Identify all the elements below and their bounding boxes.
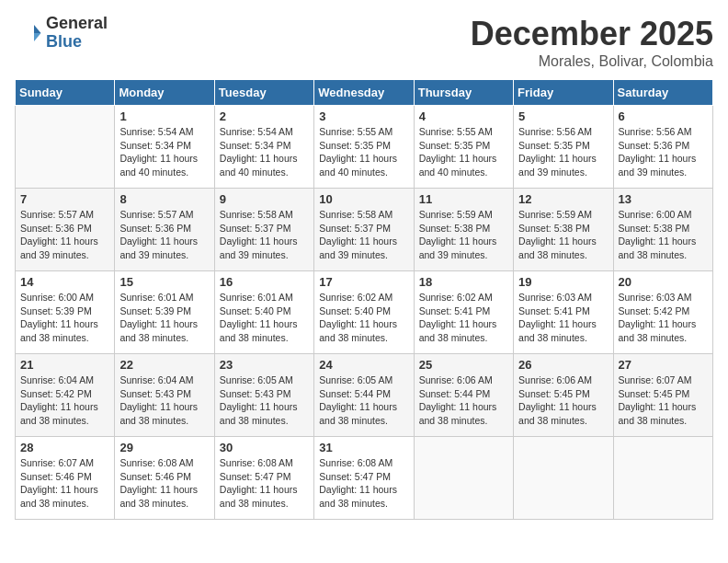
day-info: Sunrise: 6:04 AM Sunset: 5:42 PM Dayligh… <box>20 373 109 428</box>
title-area: December 2025 Morales, Bolivar, Colombia <box>471 15 713 70</box>
calendar-cell: 11Sunrise: 5:59 AM Sunset: 5:38 PM Dayli… <box>414 189 513 271</box>
calendar-cell: 22Sunrise: 6:04 AM Sunset: 5:43 PM Dayli… <box>115 354 214 437</box>
day-number: 8 <box>119 192 209 206</box>
day-number: 2 <box>220 109 309 123</box>
svg-marker-0 <box>34 25 41 33</box>
calendar-cell: 12Sunrise: 5:59 AM Sunset: 5:38 PM Dayli… <box>514 189 613 271</box>
calendar-cell <box>414 437 513 520</box>
day-info: Sunrise: 6:08 AM Sunset: 5:47 PM Dayligh… <box>220 456 309 511</box>
day-number: 11 <box>419 192 508 206</box>
calendar-week: 14Sunrise: 6:00 AM Sunset: 5:39 PM Dayli… <box>16 271 713 354</box>
logo-blue-label: Blue <box>46 33 108 52</box>
day-number: 7 <box>20 192 109 206</box>
day-info: Sunrise: 6:08 AM Sunset: 5:47 PM Dayligh… <box>319 456 408 511</box>
header: General Blue December 2025 Morales, Boli… <box>15 15 713 70</box>
calendar-cell: 30Sunrise: 6:08 AM Sunset: 5:47 PM Dayli… <box>214 437 313 520</box>
calendar-cell: 24Sunrise: 6:05 AM Sunset: 5:44 PM Dayli… <box>314 354 414 437</box>
day-info: Sunrise: 5:56 AM Sunset: 5:35 PM Dayligh… <box>518 125 608 179</box>
logo-icon <box>15 19 42 47</box>
logo-text: General Blue <box>46 15 108 52</box>
day-info: Sunrise: 6:08 AM Sunset: 5:46 PM Dayligh… <box>119 456 209 511</box>
calendar-cell: 26Sunrise: 6:06 AM Sunset: 5:45 PM Dayli… <box>514 354 613 437</box>
day-number: 3 <box>319 109 408 123</box>
day-info: Sunrise: 6:07 AM Sunset: 5:45 PM Dayligh… <box>619 373 708 428</box>
calendar-cell: 5Sunrise: 5:56 AM Sunset: 5:35 PM Daylig… <box>514 106 613 189</box>
calendar-cell <box>16 106 115 189</box>
day-number: 10 <box>319 192 408 206</box>
day-info: Sunrise: 6:06 AM Sunset: 5:44 PM Dayligh… <box>419 373 508 428</box>
calendar-cell: 14Sunrise: 6:00 AM Sunset: 5:39 PM Dayli… <box>16 271 115 354</box>
day-number: 28 <box>20 441 109 454</box>
calendar-cell: 9Sunrise: 5:58 AM Sunset: 5:37 PM Daylig… <box>214 189 313 271</box>
calendar-week: 1Sunrise: 5:54 AM Sunset: 5:34 PM Daylig… <box>16 106 713 189</box>
day-info: Sunrise: 5:55 AM Sunset: 5:35 PM Dayligh… <box>319 125 408 179</box>
day-info: Sunrise: 6:01 AM Sunset: 5:39 PM Dayligh… <box>119 291 209 345</box>
day-info: Sunrise: 5:54 AM Sunset: 5:34 PM Dayligh… <box>220 125 309 179</box>
weekday-row: SundayMondayTuesdayWednesdayThursdayFrid… <box>16 80 713 106</box>
calendar-cell <box>613 437 712 520</box>
day-number: 25 <box>419 358 508 372</box>
day-info: Sunrise: 6:06 AM Sunset: 5:45 PM Dayligh… <box>518 373 608 428</box>
day-info: Sunrise: 6:05 AM Sunset: 5:43 PM Dayligh… <box>220 373 309 428</box>
day-info: Sunrise: 5:55 AM Sunset: 5:35 PM Dayligh… <box>419 125 508 179</box>
day-number: 21 <box>20 358 109 372</box>
day-info: Sunrise: 6:03 AM Sunset: 5:42 PM Dayligh… <box>619 291 708 345</box>
calendar-cell: 20Sunrise: 6:03 AM Sunset: 5:42 PM Dayli… <box>613 271 712 354</box>
calendar: SundayMondayTuesdayWednesdayThursdayFrid… <box>15 79 713 520</box>
day-info: Sunrise: 6:00 AM Sunset: 5:38 PM Dayligh… <box>619 208 708 262</box>
day-number: 26 <box>518 358 608 372</box>
calendar-cell: 10Sunrise: 5:58 AM Sunset: 5:37 PM Dayli… <box>314 189 414 271</box>
day-number: 13 <box>619 192 708 206</box>
calendar-cell: 25Sunrise: 6:06 AM Sunset: 5:44 PM Dayli… <box>414 354 513 437</box>
day-number: 27 <box>619 358 708 372</box>
day-info: Sunrise: 6:04 AM Sunset: 5:43 PM Dayligh… <box>119 373 209 428</box>
calendar-cell: 17Sunrise: 6:02 AM Sunset: 5:40 PM Dayli… <box>314 271 414 354</box>
weekday-header: Monday <box>115 80 214 106</box>
day-number: 30 <box>220 441 309 454</box>
calendar-cell: 29Sunrise: 6:08 AM Sunset: 5:46 PM Dayli… <box>115 437 214 520</box>
weekday-header: Tuesday <box>214 80 313 106</box>
day-info: Sunrise: 5:58 AM Sunset: 5:37 PM Dayligh… <box>319 208 408 262</box>
day-number: 19 <box>518 275 608 289</box>
location: Morales, Bolivar, Colombia <box>471 53 713 70</box>
day-number: 4 <box>419 109 508 123</box>
calendar-cell: 21Sunrise: 6:04 AM Sunset: 5:42 PM Dayli… <box>16 354 115 437</box>
calendar-cell: 31Sunrise: 6:08 AM Sunset: 5:47 PM Dayli… <box>314 437 414 520</box>
calendar-cell: 16Sunrise: 6:01 AM Sunset: 5:40 PM Dayli… <box>214 271 313 354</box>
weekday-header: Saturday <box>613 80 712 106</box>
calendar-cell: 13Sunrise: 6:00 AM Sunset: 5:38 PM Dayli… <box>613 189 712 271</box>
day-number: 31 <box>319 441 408 454</box>
calendar-cell: 7Sunrise: 5:57 AM Sunset: 5:36 PM Daylig… <box>16 189 115 271</box>
day-info: Sunrise: 5:59 AM Sunset: 5:38 PM Dayligh… <box>419 208 508 262</box>
day-info: Sunrise: 5:58 AM Sunset: 5:37 PM Dayligh… <box>220 208 309 262</box>
day-info: Sunrise: 5:56 AM Sunset: 5:36 PM Dayligh… <box>619 125 708 179</box>
svg-marker-1 <box>34 33 41 41</box>
calendar-week: 28Sunrise: 6:07 AM Sunset: 5:46 PM Dayli… <box>16 437 713 520</box>
day-number: 22 <box>119 358 209 372</box>
logo: General Blue <box>15 15 108 52</box>
day-number: 29 <box>119 441 209 454</box>
weekday-header: Friday <box>514 80 613 106</box>
day-info: Sunrise: 6:03 AM Sunset: 5:41 PM Dayligh… <box>518 291 608 345</box>
day-info: Sunrise: 6:01 AM Sunset: 5:40 PM Dayligh… <box>220 291 309 345</box>
month-title: December 2025 <box>471 15 713 53</box>
day-info: Sunrise: 5:57 AM Sunset: 5:36 PM Dayligh… <box>119 208 209 262</box>
day-number: 14 <box>20 275 109 289</box>
calendar-cell: 18Sunrise: 6:02 AM Sunset: 5:41 PM Dayli… <box>414 271 513 354</box>
day-number: 23 <box>220 358 309 372</box>
day-number: 17 <box>319 275 408 289</box>
day-info: Sunrise: 6:07 AM Sunset: 5:46 PM Dayligh… <box>20 456 109 511</box>
weekday-header: Wednesday <box>314 80 414 106</box>
calendar-cell: 2Sunrise: 5:54 AM Sunset: 5:34 PM Daylig… <box>214 106 313 189</box>
day-number: 1 <box>119 109 209 123</box>
day-info: Sunrise: 6:02 AM Sunset: 5:40 PM Dayligh… <box>319 291 408 345</box>
calendar-cell: 23Sunrise: 6:05 AM Sunset: 5:43 PM Dayli… <box>214 354 313 437</box>
day-info: Sunrise: 5:59 AM Sunset: 5:38 PM Dayligh… <box>518 208 608 262</box>
calendar-cell: 15Sunrise: 6:01 AM Sunset: 5:39 PM Dayli… <box>115 271 214 354</box>
day-number: 15 <box>119 275 209 289</box>
day-info: Sunrise: 6:00 AM Sunset: 5:39 PM Dayligh… <box>20 291 109 345</box>
calendar-week: 21Sunrise: 6:04 AM Sunset: 5:42 PM Dayli… <box>16 354 713 437</box>
logo-general-label: General <box>46 15 108 33</box>
calendar-cell: 19Sunrise: 6:03 AM Sunset: 5:41 PM Dayli… <box>514 271 613 354</box>
calendar-body: 1Sunrise: 5:54 AM Sunset: 5:34 PM Daylig… <box>16 106 713 520</box>
